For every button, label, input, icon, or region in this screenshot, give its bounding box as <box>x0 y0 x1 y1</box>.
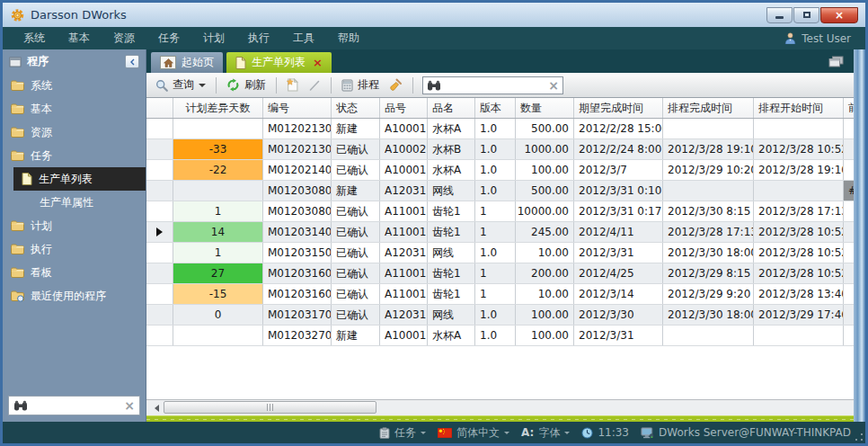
table-row[interactable]: M012030801新建A12031网线1.0500.002012/3/31 0… <box>146 181 854 201</box>
cell[interactable]: M012031601 <box>263 263 332 283</box>
table-row[interactable]: 27M012031601已确认A11001齿轮11200.002012/4/25… <box>146 263 854 284</box>
column-header[interactable]: 品号 <box>380 98 428 118</box>
clear-search-icon[interactable]: × <box>548 79 559 92</box>
cell[interactable] <box>754 326 844 345</box>
cell[interactable] <box>844 119 854 138</box>
cell[interactable]: 已确认 <box>332 160 380 180</box>
column-header[interactable]: 期望完成时间 <box>574 98 663 118</box>
chevron-down-icon[interactable] <box>421 432 426 437</box>
menu-item[interactable]: 任务 <box>146 27 191 49</box>
cell[interactable]: 已确认 <box>332 222 380 242</box>
cell[interactable]: 齿轮1 <box>428 222 475 242</box>
tab[interactable]: 起始页 <box>151 52 223 73</box>
cell[interactable]: M012031501 <box>263 243 332 263</box>
column-header[interactable]: 品名 <box>428 98 475 118</box>
column-header[interactable]: 版本 <box>475 98 516 118</box>
cell[interactable]: 1.0 <box>475 139 516 159</box>
cell[interactable] <box>844 160 854 180</box>
cell[interactable] <box>844 201 854 221</box>
cell[interactable] <box>663 181 754 201</box>
cell[interactable]: 2012/3/28 19:10 <box>663 139 754 159</box>
sidebar-item[interactable]: 生产单属性 <box>3 191 146 214</box>
cell[interactable]: M012021301 <box>263 119 332 138</box>
cell[interactable]: A10001 <box>380 326 428 345</box>
column-header[interactable]: 排程开始时间 <box>754 98 844 118</box>
sidebar-collapse-button[interactable] <box>125 55 139 68</box>
cell[interactable]: 已确认 <box>332 305 380 325</box>
cell[interactable]: 已确认 <box>332 284 380 304</box>
cell[interactable]: 2012/3/31 <box>574 326 663 345</box>
sidebar-item[interactable]: 资源 <box>3 120 146 144</box>
cell[interactable]: 0 <box>173 305 263 325</box>
cell[interactable]: 网线 <box>428 305 475 325</box>
tab-close-icon[interactable]: × <box>313 57 323 68</box>
cell[interactable] <box>754 119 844 138</box>
cell[interactable]: 2012/3/30 18:00 <box>663 305 754 325</box>
cell[interactable]: A10002 <box>380 139 428 159</box>
cell[interactable]: M012021401 <box>263 160 332 180</box>
cell[interactable]: A12031 <box>380 181 428 201</box>
cell[interactable]: 1.0 <box>475 160 516 180</box>
tab[interactable]: 生产单列表× <box>226 52 332 73</box>
cell[interactable]: 2012/3/28 19:10 <box>754 160 844 180</box>
menu-item[interactable]: 工具 <box>281 27 326 49</box>
cell[interactable] <box>844 284 854 304</box>
cell[interactable] <box>173 119 263 138</box>
cell[interactable]: 水杯A <box>428 160 475 180</box>
cell[interactable]: 2012/3/30 <box>574 305 663 325</box>
cell[interactable]: # <box>844 181 854 201</box>
cell[interactable]: 245.00 <box>516 222 574 242</box>
table-row[interactable]: M012021301新建A10001水杯A1.0500.002012/2/28 … <box>146 119 854 139</box>
table-row[interactable]: -33M012021302已确认A10002水杯B1.01000.002012/… <box>146 139 854 160</box>
schedule-button[interactable]: 排程 <box>339 76 382 94</box>
cell[interactable]: M012030801 <box>263 181 332 201</box>
cell[interactable] <box>844 222 854 242</box>
restore-button[interactable] <box>793 7 819 23</box>
cell[interactable]: 新建 <box>332 181 380 201</box>
sidebar-item[interactable]: 系统 <box>3 74 146 97</box>
edit-button[interactable] <box>306 77 323 94</box>
cell[interactable]: 已确认 <box>332 263 380 283</box>
cell[interactable]: 500.00 <box>516 181 574 201</box>
cell[interactable]: 2012/3/28 17:13 <box>754 201 844 221</box>
cell[interactable]: 齿轮1 <box>428 284 475 304</box>
cell[interactable] <box>173 326 263 345</box>
clear-search-icon[interactable]: × <box>124 399 135 412</box>
cell[interactable]: A11001 <box>380 222 428 242</box>
status-item[interactable]: DWorks Server@FUNWAY-THINKPAD <box>641 426 851 439</box>
sidebar-item[interactable]: 基本 <box>3 97 146 120</box>
cell[interactable]: A12031 <box>380 305 428 325</box>
sidebar-item[interactable]: 生产单列表 <box>13 167 146 191</box>
sidebar-item[interactable]: 最近使用的程序 <box>3 284 146 308</box>
cell[interactable]: M012030802 <box>263 201 332 221</box>
table-row[interactable]: M012032701新建A10001水杯A1.0100.002012/3/31 <box>146 326 854 346</box>
cell[interactable]: A11001 <box>380 201 428 221</box>
cell[interactable]: 已确认 <box>332 243 380 263</box>
cell[interactable]: 2012/3/29 8:15 <box>663 263 754 283</box>
cell[interactable]: 1 <box>475 201 516 221</box>
status-item[interactable]: A:字体 <box>521 425 570 441</box>
cell[interactable]: M012031701 <box>263 305 332 325</box>
cell[interactable]: 10000.00 <box>516 201 574 221</box>
cell[interactable]: 新建 <box>332 119 380 138</box>
cell[interactable]: 2012/3/7 <box>574 160 663 180</box>
sidebar-search-box[interactable]: × <box>8 396 140 415</box>
cell[interactable]: -22 <box>173 160 263 180</box>
chevron-down-icon[interactable] <box>504 432 509 437</box>
cell[interactable]: 2012/3/30 8:15 <box>663 201 754 221</box>
table-row[interactable]: 1M012030802已确认A11001齿轮1110000.002012/3/3… <box>146 201 854 222</box>
cell[interactable]: 27 <box>173 263 263 283</box>
cell[interactable]: 网线 <box>428 243 475 263</box>
cell[interactable]: 2012/2/28 15:00 <box>574 119 663 138</box>
cell[interactable]: A12031 <box>380 243 428 263</box>
cell[interactable]: M012032701 <box>263 326 332 345</box>
cell[interactable] <box>663 326 754 345</box>
column-header[interactable]: 编号 <box>263 98 332 118</box>
cell[interactable]: 1.0 <box>475 119 516 138</box>
minimize-button[interactable] <box>766 7 793 23</box>
cell[interactable]: 2012/3/30 18:00 <box>663 243 754 263</box>
cell[interactable]: -33 <box>173 139 263 159</box>
cell[interactable]: 1.0 <box>475 243 516 263</box>
toolbar-search-input[interactable] <box>445 78 545 93</box>
menu-item[interactable]: 资源 <box>102 27 146 49</box>
